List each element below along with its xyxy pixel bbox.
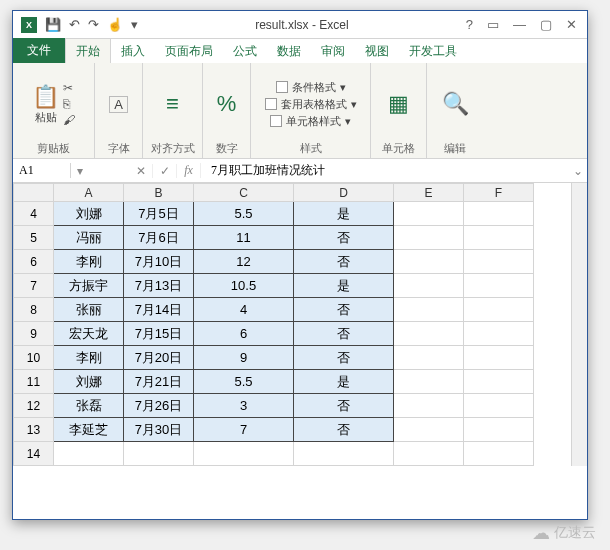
row-header-7[interactable]: 7 (14, 274, 54, 298)
cell-B4[interactable]: 7月5日 (124, 202, 194, 226)
cell-A7[interactable]: 方振宇 (54, 274, 124, 298)
format-painter-icon[interactable]: 🖌 (63, 113, 75, 127)
cell-A4[interactable]: 刘娜 (54, 202, 124, 226)
cell-A9[interactable]: 宏天龙 (54, 322, 124, 346)
cell-F5[interactable] (464, 226, 534, 250)
cell-F14[interactable] (464, 442, 534, 466)
name-box[interactable]: A1 (13, 163, 71, 178)
cell-E14[interactable] (394, 442, 464, 466)
cell-F8[interactable] (464, 298, 534, 322)
cell-C9[interactable]: 6 (194, 322, 294, 346)
cell-A10[interactable]: 李刚 (54, 346, 124, 370)
tab-view[interactable]: 视图 (355, 39, 399, 63)
tab-review[interactable]: 审阅 (311, 39, 355, 63)
cell-D13[interactable]: 否 (294, 418, 394, 442)
cell-C12[interactable]: 3 (194, 394, 294, 418)
percent-icon[interactable]: % (217, 91, 237, 117)
restore-icon[interactable]: ▢ (540, 17, 552, 32)
col-header-C[interactable]: C (194, 184, 294, 202)
cell-B6[interactable]: 7月10日 (124, 250, 194, 274)
cell-C11[interactable]: 5.5 (194, 370, 294, 394)
cell-E5[interactable] (394, 226, 464, 250)
paste-button[interactable]: 📋 粘贴 (32, 84, 59, 125)
cell-B7[interactable]: 7月13日 (124, 274, 194, 298)
ribbon-toggle-icon[interactable]: ▭ (487, 17, 499, 32)
cell-C6[interactable]: 12 (194, 250, 294, 274)
cell-A5[interactable]: 冯丽 (54, 226, 124, 250)
row-header-11[interactable]: 11 (14, 370, 54, 394)
cells-icon[interactable]: ▦ (388, 91, 409, 117)
cell-B9[interactable]: 7月15日 (124, 322, 194, 346)
cell-C5[interactable]: 11 (194, 226, 294, 250)
cell-C13[interactable]: 7 (194, 418, 294, 442)
row-header-8[interactable]: 8 (14, 298, 54, 322)
formula-expand-icon[interactable]: ⌄ (569, 164, 587, 178)
cell-C10[interactable]: 9 (194, 346, 294, 370)
cell-D10[interactable]: 否 (294, 346, 394, 370)
save-icon[interactable]: 💾 (45, 17, 61, 32)
namebox-dropdown-icon[interactable]: ▾ (71, 164, 89, 178)
select-all-corner[interactable] (14, 184, 54, 202)
fx-icon[interactable]: fx (177, 163, 201, 178)
enter-icon[interactable]: ✓ (153, 164, 177, 178)
cell-A13[interactable]: 李延芝 (54, 418, 124, 442)
row-header-12[interactable]: 12 (14, 394, 54, 418)
cut-icon[interactable]: ✂ (63, 81, 75, 95)
cell-E12[interactable] (394, 394, 464, 418)
row-header-14[interactable]: 14 (14, 442, 54, 466)
cell-F6[interactable] (464, 250, 534, 274)
font-icon[interactable]: A (109, 96, 128, 113)
cell-B5[interactable]: 7月6日 (124, 226, 194, 250)
cell-E13[interactable] (394, 418, 464, 442)
qat-dropdown-icon[interactable]: ▾ (131, 17, 138, 32)
touch-icon[interactable]: ☝ (107, 17, 123, 32)
cell-F9[interactable] (464, 322, 534, 346)
redo-icon[interactable]: ↷ (88, 17, 99, 32)
cell-A12[interactable]: 张磊 (54, 394, 124, 418)
cell-F4[interactable] (464, 202, 534, 226)
col-header-D[interactable]: D (294, 184, 394, 202)
worksheet[interactable]: ABCDEF 4刘娜7月5日5.5是5冯丽7月6日11否6李刚7月10日12否7… (13, 183, 587, 466)
cell-E9[interactable] (394, 322, 464, 346)
cond-format-button[interactable]: 条件格式 ▾ (276, 80, 346, 95)
cell-B14[interactable] (124, 442, 194, 466)
cell-D8[interactable]: 否 (294, 298, 394, 322)
help-icon[interactable]: ? (466, 17, 473, 32)
cell-F13[interactable] (464, 418, 534, 442)
tab-dev[interactable]: 开发工具 (399, 39, 467, 63)
row-header-5[interactable]: 5 (14, 226, 54, 250)
cell-D5[interactable]: 否 (294, 226, 394, 250)
col-header-A[interactable]: A (54, 184, 124, 202)
align-icon[interactable]: ≡ (166, 91, 179, 117)
cell-E4[interactable] (394, 202, 464, 226)
cell-A14[interactable] (54, 442, 124, 466)
table-format-button[interactable]: 套用表格格式 ▾ (265, 97, 357, 112)
cell-D11[interactable]: 是 (294, 370, 394, 394)
cell-D12[interactable]: 否 (294, 394, 394, 418)
cell-D4[interactable]: 是 (294, 202, 394, 226)
cell-D7[interactable]: 是 (294, 274, 394, 298)
row-header-9[interactable]: 9 (14, 322, 54, 346)
tab-home[interactable]: 开始 (65, 38, 111, 63)
vertical-scrollbar[interactable] (571, 183, 587, 466)
cell-E6[interactable] (394, 250, 464, 274)
cell-D9[interactable]: 否 (294, 322, 394, 346)
row-header-4[interactable]: 4 (14, 202, 54, 226)
cell-A6[interactable]: 李刚 (54, 250, 124, 274)
tab-layout[interactable]: 页面布局 (155, 39, 223, 63)
tab-data[interactable]: 数据 (267, 39, 311, 63)
cell-D14[interactable] (294, 442, 394, 466)
col-header-F[interactable]: F (464, 184, 534, 202)
row-header-13[interactable]: 13 (14, 418, 54, 442)
cell-F11[interactable] (464, 370, 534, 394)
cell-F12[interactable] (464, 394, 534, 418)
cell-B11[interactable]: 7月21日 (124, 370, 194, 394)
cell-A8[interactable]: 张丽 (54, 298, 124, 322)
cell-F7[interactable] (464, 274, 534, 298)
cell-E7[interactable] (394, 274, 464, 298)
tab-insert[interactable]: 插入 (111, 39, 155, 63)
close-icon[interactable]: ✕ (566, 17, 577, 32)
cell-B8[interactable]: 7月14日 (124, 298, 194, 322)
cell-B10[interactable]: 7月20日 (124, 346, 194, 370)
copy-icon[interactable]: ⎘ (63, 97, 75, 111)
